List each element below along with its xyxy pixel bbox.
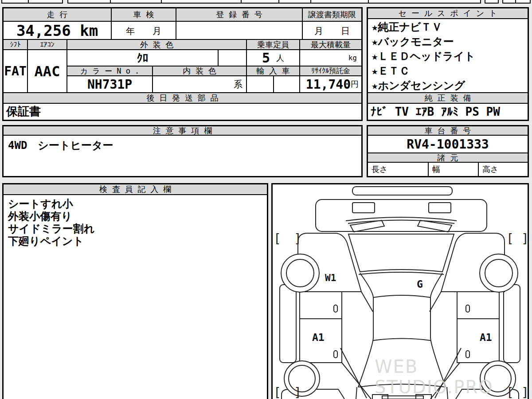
door-handle: [466, 351, 469, 358]
cabin-right-edge: [430, 273, 446, 387]
capacity-header: 乗車定員: [247, 40, 300, 50]
chassis-header: 車 台 番 号: [368, 126, 528, 136]
damage-label-w1: W1: [325, 273, 336, 283]
color-no-header: カ ラ ー N o .: [67, 66, 153, 76]
exterior-color-value: ｸﾛ: [67, 50, 219, 66]
mileage-value: 34,256 km: [4, 22, 112, 40]
rear-window-arc: [358, 384, 446, 387]
bracket: ]: [294, 231, 301, 246]
specs-header: 諸 元: [368, 153, 528, 163]
recycle-number: 11,740: [306, 77, 351, 92]
capacity-value: 5 人: [247, 50, 300, 66]
sales-point-item: ★ＬＥＤヘッドライト: [372, 49, 475, 63]
shift-value: FAT: [4, 50, 28, 93]
roof-front-arc: [359, 272, 444, 274]
door-handle: [334, 305, 337, 312]
car-outline: [280, 187, 520, 399]
door-handle: [466, 305, 469, 312]
top-cutoff-cell: [67, 0, 481, 4]
exterior-color-extra: [219, 50, 247, 66]
bracket: [: [274, 385, 281, 399]
front-bumper: [352, 187, 452, 195]
factory-equipment-header: 純 正 装 備: [368, 93, 528, 104]
fender-connector: [361, 292, 373, 312]
bracket: ]: [521, 385, 528, 399]
rocker-strip-right: [504, 285, 520, 363]
rocker-strip-left: [280, 285, 296, 363]
recycle-header: ﾘｻｲｸﾙ預託金: [300, 66, 361, 76]
rear-panel-piece: [372, 395, 388, 399]
damage-label-a1-left: A1: [312, 332, 325, 343]
import-value-left: [247, 76, 274, 93]
transfer-docs-value: 月 日: [303, 22, 361, 40]
exterior-color-header: 外 装 色: [67, 40, 247, 50]
max-load-value: kg: [300, 50, 361, 66]
recycle-value: 11,740 円: [300, 76, 361, 93]
bracket: ]: [521, 231, 528, 246]
later-parts-header: 後 日 発 送 部 品: [4, 93, 361, 104]
headlight-left: [352, 203, 375, 213]
spec-length-label: 長さ: [368, 163, 429, 176]
roof-arc: [373, 295, 430, 297]
color-no-value: NH731P: [67, 76, 153, 93]
inspector-line: 下廻りペイント: [8, 235, 94, 247]
sales-point-item: ★ＥＴＣ: [372, 64, 410, 78]
shift-header: ｼﾌﾄ: [4, 40, 28, 50]
capacity-number: 5: [262, 50, 270, 66]
factory-equipment-value: ﾅﾋﾞ TV ｴｱB ｱﾙﾐ PS PW: [368, 104, 528, 120]
bracket: [: [506, 231, 514, 246]
damage-labels: W1 G A1 A1: [312, 273, 492, 343]
sales-point-item: ★バックモニター: [372, 35, 454, 49]
doors-right: [457, 292, 499, 363]
door-handle: [334, 351, 337, 358]
spec-width-label: 幅: [429, 163, 479, 176]
main-info-table: 走 行 車 検 登 録 番 号 譲渡書類期限 34,256 km 年 月 月 日…: [2, 7, 363, 121]
car-top-view-diagram: [ ] [ ] [ ] [ ] W1 G A1 A1: [273, 184, 528, 399]
auction-sheet: 走 行 車 検 登 録 番 号 譲渡書類期限 34,256 km 年 月 月 日…: [0, 0, 532, 399]
registration-value: [176, 22, 303, 40]
inspector-line: サイドミラー割れ: [8, 223, 94, 235]
quarter-line: [435, 348, 461, 398]
inspector-header: 検 査 員 記 入 欄: [4, 184, 267, 195]
headlight-right: [429, 203, 451, 213]
damage-label-a1-right: A1: [480, 332, 492, 343]
damage-label-g: G: [417, 278, 423, 290]
inspection-value: 年 月: [112, 22, 176, 40]
capacity-unit: 人: [276, 53, 284, 63]
notes-value: 4WD シートヒーター: [4, 136, 361, 176]
aircon-header: ｴｱｺﾝ: [28, 40, 67, 50]
aircon-value: AAC: [28, 50, 67, 93]
quarter-line: [430, 363, 460, 399]
car-diagram-box: [ ] [ ] [ ] [ ] W1 G A1 A1: [271, 183, 529, 399]
spec-height-label: 高さ: [479, 163, 528, 176]
bracket: [: [274, 231, 281, 246]
later-parts-value: 保証書: [4, 104, 361, 120]
roof-rear-arc: [373, 339, 430, 341]
inspector-line: シートすれ小: [8, 198, 94, 210]
sales-point-item: ★純正ナビＴＶ: [372, 20, 442, 34]
doors-left: [300, 292, 342, 363]
top-cutoff-cell: [1, 0, 63, 4]
max-load-header: 最大積載量: [300, 40, 361, 50]
front-panel: [316, 200, 487, 231]
sales-point-item: ★ホンダセンシング: [372, 78, 465, 93]
bracket: [: [506, 385, 514, 399]
mileage-header: 走 行: [4, 8, 112, 22]
inspector-line: 外装小傷有り: [8, 210, 94, 223]
sales-points-list: ★純正ナビＴＶ ★バックモニター ★ＬＥＤヘッドライト ★ＥＴＣ ★ホンダセンシ…: [368, 19, 528, 93]
inspector-box: 検 査 員 記 入 欄 シートすれ小 外装小傷有り サイドミラー割れ 下廻りペイ…: [2, 183, 268, 399]
recycle-unit: 円: [351, 79, 359, 90]
import-header: 輸 入 車: [247, 66, 300, 76]
registration-header: 登 録 番 号: [176, 8, 303, 22]
chassis-specs-box: 車 台 番 号 RV4-1001333 諸 元 長さ 幅 高さ: [367, 125, 529, 177]
top-cutoff-cell: [485, 0, 499, 4]
wheel-rear-left: [284, 361, 320, 396]
rear-edge: [356, 387, 357, 399]
import-value-right: [274, 76, 300, 93]
interior-color-value: 系: [153, 76, 247, 93]
wiper-right: [418, 220, 452, 232]
notes-header: 注 意 事 項 欄: [4, 126, 361, 136]
chassis-value: RV4-1001333: [368, 136, 528, 153]
transfer-docs-header: 譲渡書類期限: [303, 8, 361, 22]
inspector-lines: シートすれ小 外装小傷有り サイドミラー割れ 下廻りペイント: [8, 198, 94, 247]
